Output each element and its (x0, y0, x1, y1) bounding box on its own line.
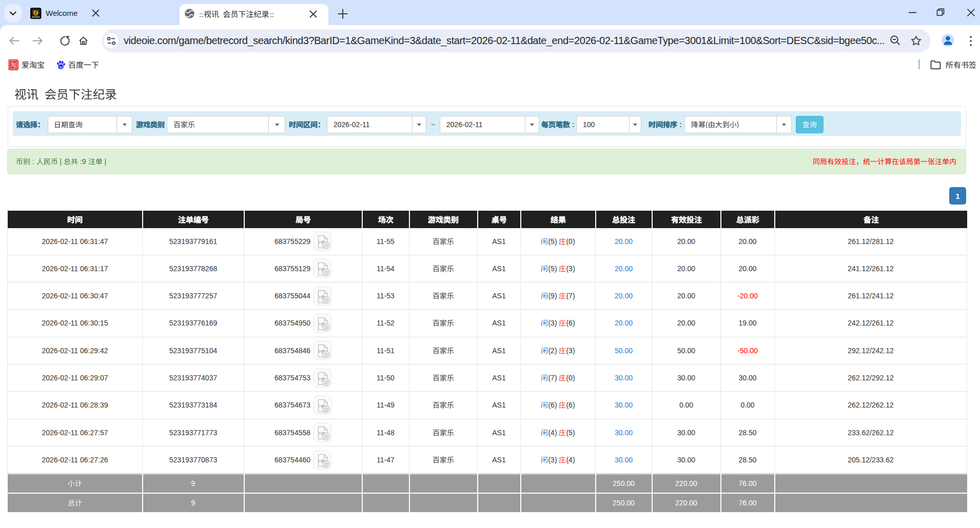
svg-text:du: du (59, 65, 63, 69)
